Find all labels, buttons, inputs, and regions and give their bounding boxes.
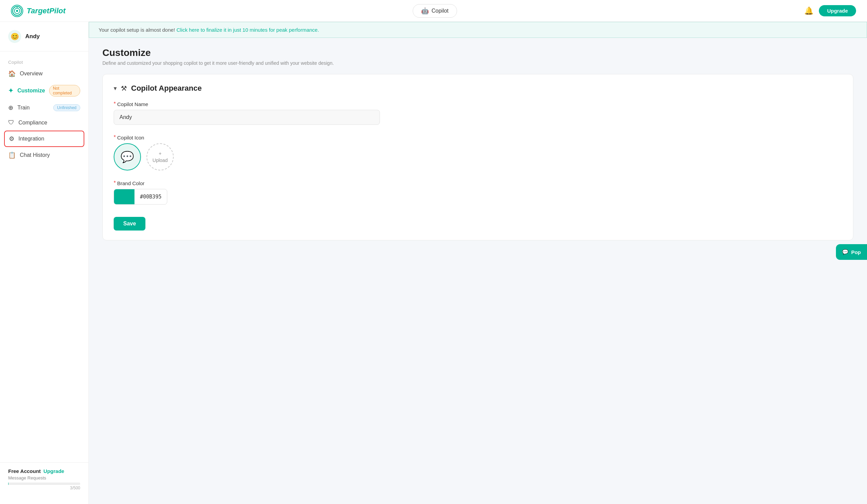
- card-header-icon: ⚒: [121, 84, 127, 92]
- avatar-icon: 😊: [11, 32, 19, 41]
- notification-button[interactable]: 🔔: [804, 7, 813, 15]
- card-header: ▾ ⚒ Copilot Appearance: [114, 84, 842, 93]
- train-label: Train: [18, 105, 49, 111]
- page-title: Customize: [103, 47, 853, 58]
- copilot-nav-label: Copilot: [431, 8, 449, 14]
- copilot-icon-section: * Copilot Icon 💬 + Upload: [114, 134, 842, 171]
- save-button[interactable]: Save: [114, 217, 146, 231]
- logo-icon: [11, 5, 23, 17]
- integration-label: Integration: [19, 136, 79, 142]
- sidebar-item-integration[interactable]: ⚙ Integration: [4, 131, 84, 147]
- chat-history-label: Chat History: [20, 152, 80, 158]
- overview-icon: 🏠: [8, 70, 16, 77]
- customize-label: Customize: [18, 88, 45, 94]
- sidebar-section-copilot: Copilot: [0, 57, 88, 66]
- sidebar: 😊 Andy Copilot 🏠 Overview ✦ Customize No…: [0, 22, 89, 504]
- banner-text: Your copilot setup is almost done!: [99, 27, 175, 33]
- sidebar-item-train[interactable]: ⊕ Train Unfinished: [0, 100, 88, 115]
- sidebar-item-customize[interactable]: ✦ Customize Not completed: [0, 81, 88, 100]
- customize-icon: ✦: [8, 87, 13, 95]
- banner-link[interactable]: Click here to finalize it in just 10 min…: [176, 27, 319, 33]
- progress-bar-fill: [8, 483, 9, 485]
- customize-badge: Not completed: [49, 85, 80, 97]
- default-copilot-icon: 💬: [120, 150, 134, 163]
- progress-label: 3/500: [8, 485, 80, 490]
- setup-banner: Your copilot setup is almost done! Click…: [89, 22, 867, 38]
- color-hex-value: #00B395: [135, 194, 167, 200]
- top-right: 🔔 Upgrade: [804, 5, 856, 17]
- compliance-label: Compliance: [19, 120, 80, 126]
- logo-area: TargetPilot: [11, 5, 65, 17]
- sidebar-user: 😊 Andy: [0, 30, 88, 52]
- upload-label: Upload: [152, 157, 168, 163]
- copilot-name-input[interactable]: [114, 110, 380, 125]
- content-area: Your copilot setup is almost done! Click…: [89, 22, 867, 504]
- icon-picker: 💬 + Upload: [114, 143, 842, 171]
- copilot-name-label: * Copilot Name: [114, 101, 842, 107]
- float-pop-button[interactable]: 💬 Pop: [836, 244, 867, 260]
- brand-color-label: * Brand Color: [114, 180, 842, 186]
- chat-history-icon: 📋: [8, 151, 16, 159]
- color-swatch[interactable]: [114, 189, 135, 204]
- page-description: Define and customized your shopping copi…: [103, 61, 853, 66]
- sidebar-item-overview[interactable]: 🏠 Overview: [0, 66, 88, 81]
- message-requests-label: Message Requests: [8, 475, 80, 481]
- integration-icon: ⚙: [9, 135, 14, 143]
- copilot-nav-button[interactable]: 🤖 Copilot: [413, 4, 457, 18]
- notification-icon: 🔔: [804, 7, 813, 15]
- brand-color-section: * Brand Color #00B395: [114, 180, 842, 205]
- user-avatar: 😊: [8, 30, 21, 43]
- sidebar-upgrade-link[interactable]: Upgrade: [43, 468, 64, 474]
- pop-icon: 💬: [842, 249, 848, 255]
- copilot-icon-label: * Copilot Icon: [114, 134, 842, 141]
- icon-upload-button[interactable]: + Upload: [147, 143, 174, 171]
- upload-plus-icon: +: [159, 151, 161, 156]
- top-center: 🤖 Copilot: [413, 4, 457, 18]
- sidebar-item-compliance[interactable]: 🛡 Compliance: [0, 115, 88, 130]
- pop-label: Pop: [851, 249, 861, 255]
- overview-label: Overview: [20, 70, 80, 77]
- progress-bar-bg: [8, 483, 80, 485]
- compliance-icon: 🛡: [8, 119, 14, 126]
- chevron-down-icon[interactable]: ▾: [114, 85, 117, 92]
- top-bar: TargetPilot 🤖 Copilot 🔔 Upgrade: [0, 0, 867, 22]
- card-title: Copilot Appearance: [131, 84, 202, 93]
- train-icon: ⊕: [8, 104, 13, 111]
- main-layout: 😊 Andy Copilot 🏠 Overview ✦ Customize No…: [0, 22, 867, 504]
- main-content: Customize Define and customized your sho…: [89, 38, 867, 250]
- app-name: TargetPilot: [26, 7, 65, 15]
- train-badge: Unfinished: [53, 105, 80, 111]
- sidebar-bottom: Free Account Upgrade Message Requests 3/…: [0, 462, 88, 496]
- color-picker-row: #00B395: [114, 189, 167, 205]
- upgrade-button[interactable]: Upgrade: [819, 5, 856, 17]
- svg-point-2: [16, 10, 18, 12]
- copilot-nav-icon: 🤖: [421, 7, 429, 15]
- user-name: Andy: [25, 33, 40, 40]
- appearance-card: ▾ ⚒ Copilot Appearance * Copilot Name *: [103, 74, 853, 240]
- copilot-name-section: * Copilot Name: [114, 101, 842, 125]
- icon-option-default[interactable]: 💬: [114, 143, 141, 171]
- sidebar-item-chat-history[interactable]: 📋 Chat History: [0, 147, 88, 163]
- account-type: Free Account Upgrade: [8, 468, 80, 474]
